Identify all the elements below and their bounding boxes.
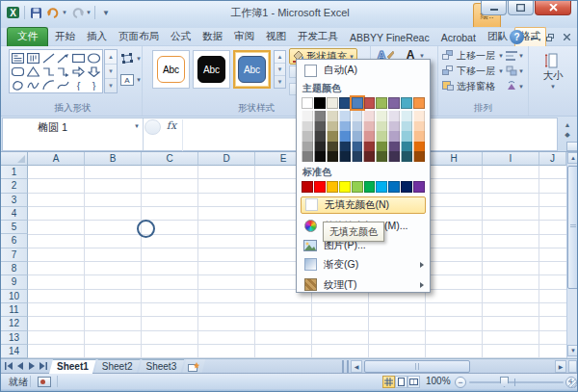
theme-variant-swatch[interactable] [363,121,375,132]
standard-swatch-10[interactable] [413,181,425,193]
theme-variant-swatch[interactable] [388,151,400,162]
row-header-10[interactable]: 10 [1,290,28,303]
column-header-H[interactable]: H [426,152,483,166]
insert-worksheet-icon[interactable] [182,359,205,374]
theme-variant-swatch[interactable] [413,121,425,132]
horizontal-scroll-thumb[interactable] [364,360,470,373]
name-box[interactable]: 椭圆 1 ▼ [3,118,144,150]
rotate-button[interactable]: ▼ [506,79,527,93]
select-all-corner[interactable] [1,152,28,166]
right-block-arrow-icon[interactable] [71,65,87,78]
theme-variant-swatch[interactable] [339,142,351,152]
theme-variant-swatch[interactable] [314,131,326,142]
next-sheet-icon[interactable] [26,360,37,372]
tab-page-layout[interactable]: 页面布局 [114,28,164,46]
standard-swatch-5[interactable] [352,181,363,193]
scribble-icon[interactable] [26,78,41,91]
scroll-down-icon[interactable]: ▼ [567,345,578,356]
theme-variant-swatch[interactable] [352,131,363,142]
theme-variant-swatch[interactable] [352,142,363,152]
rectangle-icon[interactable] [71,51,87,65]
theme-variant-swatch[interactable] [352,111,363,121]
menu-item-gradient[interactable]: 渐变(G) [301,256,426,274]
normal-view-icon[interactable] [382,376,395,388]
style-thumb-2[interactable]: Abc [193,50,230,89]
row-header-9[interactable]: 9 [1,275,28,289]
vertical-split-handle[interactable] [566,142,578,151]
tab-area-splitter[interactable] [342,360,349,373]
standard-swatch-8[interactable] [388,181,400,193]
styles-up-icon[interactable]: ▲ [275,51,285,64]
theme-variant-swatch[interactable] [413,131,425,142]
theme-variant-swatch[interactable] [413,142,425,152]
row-header-3[interactable]: 3 [1,194,28,207]
theme-variant-swatch[interactable] [302,151,313,162]
row-header-13[interactable]: 13 [1,331,28,345]
standard-swatch-9[interactable] [401,181,412,193]
row-header-2[interactable]: 2 [1,179,28,193]
textbox-button[interactable]: A ▼ [119,71,143,88]
rounded-rectangle-icon[interactable] [11,65,26,78]
theme-variant-swatch[interactable] [339,111,351,121]
standard-swatch-7[interactable] [376,181,387,193]
theme-variant-swatch[interactable] [401,142,412,152]
row-header-6[interactable]: 6 [1,234,28,248]
standard-swatch-3[interactable] [327,181,338,193]
theme-variant-swatch[interactable] [314,121,326,132]
column-header-D[interactable]: D [198,152,255,166]
zoom-slider-track[interactable] [469,381,564,383]
group-button[interactable]: ▼ [506,64,527,78]
theme-swatch-2[interactable] [314,97,326,109]
menu-item-automatic[interactable]: 自动(A) [301,62,426,79]
theme-swatch-5[interactable] [352,97,363,109]
elbow-arrow-connector-icon[interactable] [56,65,71,78]
tab-home[interactable]: 开始 [50,28,80,46]
theme-variant-swatch[interactable] [352,151,363,162]
zoom-slider-handle[interactable] [500,377,509,387]
theme-variant-swatch[interactable] [388,142,400,152]
theme-variant-swatch[interactable] [376,111,387,121]
page-break-view-icon[interactable] [407,376,420,388]
theme-variant-swatch[interactable] [413,151,425,162]
curve-icon[interactable] [56,78,71,91]
standard-swatch-1[interactable] [302,181,313,193]
theme-variant-swatch[interactable] [302,121,313,132]
theme-swatch-4[interactable] [339,97,351,109]
vertical-scroll-thumb[interactable] [567,166,578,289]
row-header-8[interactable]: 8 [1,262,28,275]
row-header-12[interactable]: 12 [1,317,28,330]
left-brace-icon[interactable]: { [71,78,87,91]
theme-variant-swatch[interactable] [363,131,375,142]
resize-grip[interactable] [568,379,578,388]
theme-variant-swatch[interactable] [401,131,412,142]
standard-swatch-2[interactable] [314,181,326,193]
menu-item-texture[interactable]: 纹理(T) [301,276,426,294]
theme-variant-swatch[interactable] [363,142,375,152]
first-sheet-icon[interactable] [3,360,13,372]
theme-variant-swatch[interactable] [401,111,412,121]
menu-item-no-fill[interactable]: 无填充颜色(N) [301,196,426,214]
style-thumb-1[interactable]: Abc [152,50,190,89]
column-header-J[interactable]: J [539,152,566,166]
theme-swatch-7[interactable] [376,97,387,109]
elbow-connector-icon[interactable] [40,65,56,78]
oval-icon[interactable] [86,51,101,65]
standard-swatch-4[interactable] [339,181,351,193]
row-header-14[interactable]: 14 [1,345,28,358]
theme-swatch-1[interactable] [302,97,313,109]
send-backward-button[interactable]: 下移一层▼ [442,64,504,78]
sheet-tab-sheet2[interactable]: Sheet2 [94,359,141,374]
macro-record-icon[interactable] [38,377,51,387]
column-header-A[interactable]: A [28,152,85,166]
zoom-out-icon[interactable]: − [455,377,466,388]
row-header-11[interactable]: 11 [1,303,28,317]
column-header-B[interactable]: B [85,152,142,166]
theme-variant-swatch[interactable] [388,131,400,142]
arc-icon[interactable] [40,78,56,91]
expand-chevron-icon[interactable]: ▲ [565,121,571,128]
row-header-7[interactable]: 7 [1,248,28,262]
theme-variant-swatch[interactable] [327,121,338,132]
theme-swatch-10[interactable] [413,97,425,109]
style-thumb-3[interactable]: Abc [233,50,271,89]
hscroll-right-icon[interactable]: ▶ [555,360,566,373]
